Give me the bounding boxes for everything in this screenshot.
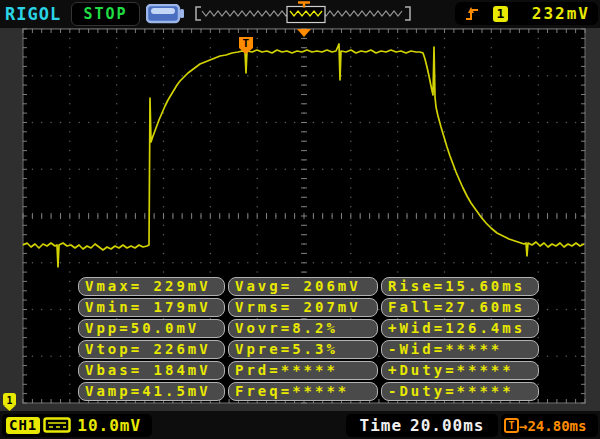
measurement-vbas: Vbas= 184mV [78, 361, 225, 380]
trigger-level-value: 232mV [508, 4, 598, 23]
measurement-vovr: Vovr=8.2% [228, 319, 378, 338]
measurement-panel: Vmax= 229mV Vavg= 206mV Rise=15.60ms Vmi… [78, 277, 539, 403]
bottom-status-bar: CH1 10.0mV Time 20.00ms T → 24.80ms [0, 411, 600, 439]
measurement-nwid: -Wid=***** [381, 340, 539, 359]
trigger-offset-t-icon: T [504, 418, 519, 433]
measurement-vmin: Vmin= 179mV [78, 298, 225, 317]
timebase-label: Time [360, 416, 403, 435]
timebase-settings[interactable]: Time 20.00ms [346, 414, 498, 437]
measurement-pwid: +Wid=126.4ms [381, 319, 539, 338]
trigger-status-group[interactable]: 1 232mV [455, 2, 598, 25]
measurement-freq: Freq=***** [228, 382, 378, 401]
measurement-vmax: Vmax= 229mV [78, 277, 225, 296]
channel1-scale-value: 10.0mV [77, 416, 141, 435]
measurement-vpre: Vpre=5.3% [228, 340, 378, 359]
channel1-badge: CH1 [6, 417, 40, 434]
channel1-level-marker-label: 1 [7, 395, 13, 406]
trigger-channel-badge: 1 [493, 6, 508, 22]
measurement-prd: Prd=***** [228, 361, 378, 380]
measurement-pduty: +Duty=***** [381, 361, 539, 380]
trigger-offset-arrow-icon: → [519, 418, 527, 434]
battery-icon [146, 4, 185, 24]
trigger-offset[interactable]: T → 24.80ms [501, 414, 598, 437]
measurement-rise: Rise=15.60ms [381, 277, 539, 296]
rigol-logo: RIGOL [5, 4, 61, 24]
measurement-fall: Fall=27.60ms [381, 298, 539, 317]
hpos-left-bracket [196, 7, 201, 20]
run-stop-status[interactable]: STOP [71, 2, 140, 26]
hpos-right-bracket [405, 7, 410, 20]
measurement-vtop: Vtop= 226mV [78, 340, 225, 359]
measurement-vpp: Vpp=50.0mV [78, 319, 225, 338]
trigger-time-badge-label: T [243, 37, 250, 50]
measurement-vavg: Vavg= 206mV [228, 277, 378, 296]
horizontal-position-bar[interactable] [188, 0, 418, 27]
rising-edge-icon [464, 4, 481, 24]
channel1-settings[interactable]: CH1 10.0mV [2, 414, 152, 437]
top-status-bar: RIGOL STOP 1 232mV [0, 0, 600, 28]
measurement-nduty: -Duty=***** [381, 382, 539, 401]
oscilloscope-screen: RIGOL STOP 1 232mV [0, 0, 600, 439]
dc-coupling-icon [43, 417, 71, 434]
trigger-offset-value: 24.80ms [527, 418, 586, 434]
measurement-vamp: Vamp=41.5mV [78, 382, 225, 401]
measurement-vrms: Vrms= 207mV [228, 298, 378, 317]
timebase-value: 20.00ms [410, 416, 484, 435]
